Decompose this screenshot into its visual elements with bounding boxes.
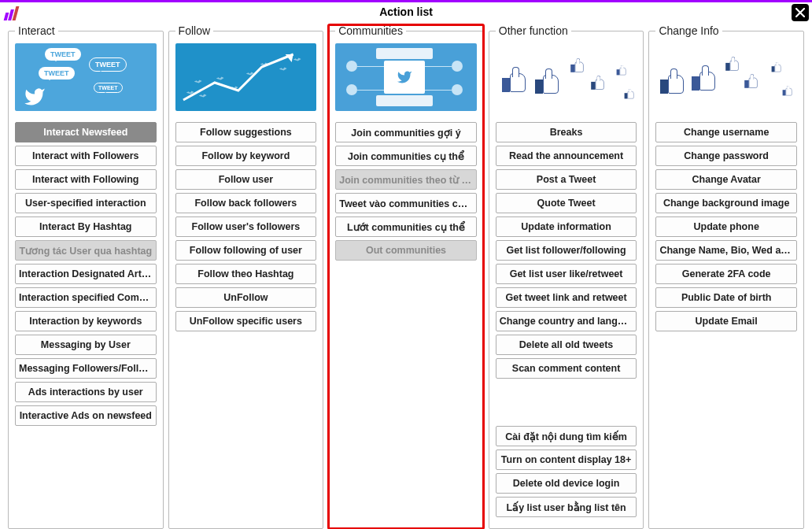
other-btn-0[interactable]: Breaks	[496, 122, 637, 142]
panel-follow: Follow Follow suggestionsFollow by keywo…	[168, 24, 324, 529]
follow-btn-1[interactable]: Follow by keyword	[175, 146, 317, 166]
communities-button-list: Join communities gợi ýJoin communities c…	[335, 122, 477, 261]
interact-btn-8[interactable]: Interaction by keywords	[15, 311, 157, 331]
changeinfo-btn-1[interactable]: Change password	[655, 146, 797, 166]
changeinfo-button-list: Change usernameChange passwordChange Ava…	[655, 122, 797, 331]
changeinfo-btn-8[interactable]: Update Email	[655, 311, 797, 331]
changeinfo-btn-3[interactable]: Change background image	[655, 193, 797, 213]
other-btn-3[interactable]: Quote Tweet	[496, 193, 637, 213]
changeinfo-btn-7[interactable]: Public Date of birth	[655, 287, 797, 308]
other-button-list-1: BreaksRead the announcementPost a TweetQ…	[496, 122, 637, 379]
changeinfo-btn-2[interactable]: Change Avatar	[655, 169, 797, 190]
other-extra-btn-3[interactable]: Lấy list user bằng list tên	[496, 497, 637, 517]
follow-button-list: Follow suggestionsFollow by keywordFollo…	[175, 122, 317, 331]
follow-btn-5[interactable]: Follow following of user	[175, 240, 317, 261]
app-logo-icon	[5, 6, 17, 20]
follow-btn-8[interactable]: UnFollow specific users	[175, 311, 317, 331]
other-extra-btn-1[interactable]: Turn on content display 18+	[496, 449, 637, 470]
interact-btn-4[interactable]: Interact By Hashtag	[15, 216, 157, 237]
follow-btn-3[interactable]: Follow back followers	[175, 193, 317, 213]
other-btn-2[interactable]: Post a Tweet	[496, 169, 637, 190]
panel-communities-title: Communities	[335, 24, 406, 37]
interact-btn-1[interactable]: Interact with Followers	[15, 146, 157, 166]
other-btn-6[interactable]: Get list user like/retweet	[496, 264, 637, 284]
other-extra-btn-0[interactable]: Cài đặt nội dung tìm kiếm	[496, 426, 637, 446]
other-gap	[496, 382, 637, 426]
communities-btn-0[interactable]: Join communities gợi ý	[335, 122, 477, 142]
communities-btn-2: Join communities theo từ khóa	[335, 169, 477, 190]
other-btn-9[interactable]: Delete all old tweets	[496, 335, 637, 355]
other-btn-5[interactable]: Get list follower/following	[496, 240, 637, 261]
interact-btn-5: Tương tác User qua hashtag	[15, 240, 157, 261]
follow-btn-0[interactable]: Follow suggestions	[175, 122, 317, 142]
changeinfo-btn-5[interactable]: Change Name, Bio, Wed and ...	[655, 240, 797, 261]
interact-btn-11[interactable]: Ads interactions by user	[15, 382, 157, 402]
other-btn-10[interactable]: Scan comment content	[496, 358, 637, 379]
other-button-list-2: Cài đặt nội dung tìm kiếmTurn on content…	[496, 426, 637, 517]
window-title: Action list	[0, 6, 812, 18]
interact-btn-7[interactable]: Interaction specified Comment	[15, 287, 157, 308]
title-bar: Action list	[0, 2, 812, 24]
other-extra-btn-2[interactable]: Delete old device login	[496, 473, 637, 494]
panel-changeinfo: Change Info Change usernameChange passwo…	[648, 24, 804, 529]
interact-button-list: Interact NewsfeedInteract with Followers…	[15, 122, 157, 426]
hero-interact-image: TWEET TWEET TWEET TWEET	[15, 43, 157, 111]
communities-btn-4[interactable]: Lướt communities cụ thể	[335, 216, 477, 237]
panel-changeinfo-title: Change Info	[655, 24, 722, 37]
interact-btn-3[interactable]: User-specified interaction	[15, 193, 157, 213]
follow-btn-7[interactable]: UnFollow	[175, 287, 317, 308]
other-btn-7[interactable]: Get tweet link and retweet	[496, 287, 637, 308]
interact-btn-6[interactable]: Interaction Designated Articles	[15, 264, 157, 284]
changeinfo-btn-6[interactable]: Generate 2FA code	[655, 264, 797, 284]
interact-btn-12[interactable]: Interactive Ads on newsfeed	[15, 405, 157, 426]
panel-follow-title: Follow	[175, 24, 213, 37]
hero-changeinfo-image	[655, 43, 797, 111]
hero-other-image	[496, 43, 637, 111]
interact-btn-10[interactable]: Messaging Followers/Followi...	[15, 358, 157, 379]
communities-btn-5: Out communities	[335, 240, 477, 261]
other-btn-8[interactable]: Change country and language	[496, 311, 637, 331]
panel-interact-title: Interact	[15, 24, 58, 37]
communities-btn-3[interactable]: Tweet vào communities cụ thể	[335, 193, 477, 213]
close-button[interactable]	[792, 4, 809, 21]
other-btn-1[interactable]: Read the announcement	[496, 146, 637, 166]
panel-other-title: Other function	[496, 24, 571, 37]
follow-btn-4[interactable]: Follow user's followers	[175, 216, 317, 237]
communities-btn-1[interactable]: Join communities cụ thể	[335, 146, 477, 166]
follow-btn-2[interactable]: Follow user	[175, 169, 317, 190]
close-icon	[795, 8, 805, 17]
panel-other: Other function BreaksRead the announceme…	[489, 24, 644, 529]
interact-btn-2[interactable]: Interact with Following	[15, 169, 157, 190]
hero-follow-image	[175, 43, 317, 111]
interact-btn-9[interactable]: Messaging by User	[15, 335, 157, 355]
interact-btn-0[interactable]: Interact Newsfeed	[15, 122, 157, 142]
panel-interact: Interact TWEET TWEET TWEET TWEET Interac…	[8, 24, 164, 529]
panel-communities: Communities Join communities gợi ýJoin c…	[328, 24, 484, 529]
follow-btn-6[interactable]: Follow theo Hashtag	[175, 264, 317, 284]
other-btn-4[interactable]: Update information	[496, 216, 637, 237]
changeinfo-btn-0[interactable]: Change username	[655, 122, 797, 142]
content-area: Interact TWEET TWEET TWEET TWEET Interac…	[0, 24, 812, 529]
hero-communities-image	[335, 43, 477, 111]
changeinfo-btn-4[interactable]: Update phone	[655, 216, 797, 237]
